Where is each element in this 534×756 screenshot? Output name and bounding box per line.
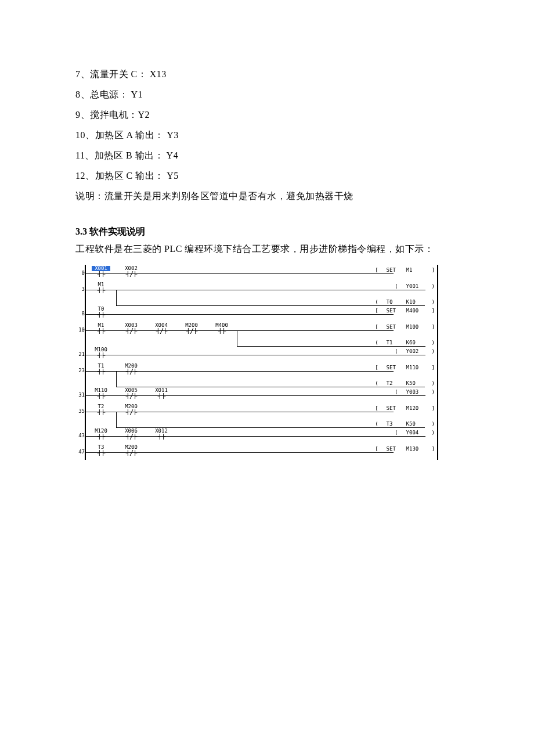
step-number: 3 — [75, 281, 85, 292]
output-coil: (Y004) — [395, 430, 435, 435]
no-contact-icon: ┤├ — [92, 450, 110, 456]
step-number: 23 — [75, 362, 85, 373]
line-8: 8、总电源： Y1 — [75, 90, 459, 99]
contact-label: T2 — [92, 404, 110, 409]
ladder-diagram: 0X001┤├X002┤∕├[SETM1]3M1┤├(Y001)(T0K10)8… — [75, 265, 438, 460]
ladder-rung: 35T2┤├M200┤∕├[SETM120](T3K50) — [75, 403, 438, 427]
output-coil: [SETM130] — [375, 447, 435, 452]
contact-label: M200 — [122, 445, 140, 450]
contact-label: X003 — [122, 323, 140, 328]
contact-label: M200 — [182, 323, 201, 328]
contact-label: M1 — [92, 323, 110, 328]
rung-body: X001┤├X002┤∕├[SETM1] — [86, 265, 437, 281]
rung-body: T0┤├[SETM400] — [86, 305, 437, 322]
rung-body: M120┤├X006┤∕├X012┤├(Y004) — [86, 427, 437, 444]
step-number: 0 — [75, 265, 85, 276]
contact: T1┤├ — [92, 363, 110, 375]
step-number: 47 — [75, 444, 85, 455]
contact-label: X012 — [152, 429, 171, 434]
right-rail — [437, 387, 438, 403]
output-coil: [SETM400] — [375, 308, 435, 314]
contact: M200┤∕├ — [122, 445, 140, 456]
intro-text: 工程软件是在三菱的 PLC 编程环境下结合工艺要求，用步进阶梯指令编程，如下示： — [75, 244, 459, 254]
line-11: 11、加热区 B 输出： Y4 — [75, 151, 459, 160]
right-rail — [437, 281, 438, 305]
step-number: 43 — [75, 427, 85, 438]
contact-label: T1 — [92, 363, 110, 369]
contact: M200┤∕├ — [182, 323, 201, 334]
no-contact-icon: ┤├ — [92, 393, 110, 399]
nc-contact-icon: ┤∕├ — [122, 271, 140, 277]
output-coil: (Y002) — [395, 349, 435, 354]
step-number: 35 — [75, 403, 85, 414]
nc-contact-icon: ┤∕├ — [152, 328, 171, 334]
contact-label: T0 — [92, 307, 110, 312]
output-coil: (T3K50) — [375, 422, 435, 427]
contact-label: X011 — [152, 388, 171, 393]
no-contact-icon: ┤├ — [152, 393, 171, 399]
contact-label: M200 — [122, 404, 140, 409]
right-rail — [437, 305, 438, 322]
contact-label: M200 — [122, 363, 140, 369]
nc-contact-icon: ┤∕├ — [182, 328, 201, 334]
no-contact-icon: ┤├ — [152, 434, 171, 440]
contact: M100┤├ — [92, 347, 110, 358]
output-coil: [SETM110] — [375, 365, 435, 370]
rung-body: T2┤├M200┤∕├[SETM120](T3K50) — [86, 403, 437, 427]
step-number: 21 — [75, 346, 85, 357]
wire — [86, 314, 394, 315]
ladder-rung: 31M110┤├X005┤∕├X011┤├(Y003) — [75, 387, 438, 403]
no-contact-icon: ┤├ — [92, 434, 110, 440]
rung-body: M100┤├(Y002) — [86, 346, 437, 362]
wire — [86, 290, 425, 290]
line-10: 10、加热区 A 输出： Y3 — [75, 131, 459, 140]
output-coil: [SETM120] — [375, 406, 435, 411]
contact-label: M100 — [92, 347, 110, 352]
rung-body: M110┤├X005┤∕├X011┤├(Y003) — [86, 387, 437, 403]
right-rail — [437, 427, 438, 444]
line-7: 7、流量开关 C： X13 — [75, 70, 459, 79]
output-coil: (T0K10) — [375, 300, 435, 305]
ladder-rung: 10M1┤├X003┤∕├X004┤∕├M200┤∕├M400┤├[SETM10… — [75, 322, 438, 346]
ladder-rung: 23T1┤├M200┤∕├[SETM110](T2K50) — [75, 362, 438, 387]
contact: X002┤∕├ — [122, 266, 140, 277]
contact: M200┤∕├ — [122, 363, 140, 375]
contact: X001┤├ — [92, 266, 110, 277]
no-contact-icon: ┤├ — [92, 287, 110, 293]
right-rail — [437, 444, 438, 460]
contact: M400┤├ — [212, 323, 231, 334]
no-contact-icon: ┤├ — [92, 409, 110, 415]
no-contact-icon: ┤├ — [92, 352, 110, 358]
contact-label: M110 — [92, 388, 110, 393]
nc-contact-icon: ┤∕├ — [122, 450, 140, 456]
nc-contact-icon: ┤∕├ — [122, 328, 140, 334]
contact: X005┤∕├ — [122, 388, 140, 399]
contact-label: X002 — [122, 266, 140, 271]
contact: T0┤├ — [92, 307, 110, 318]
contact: X003┤∕├ — [122, 323, 140, 334]
contact: X004┤∕├ — [152, 323, 171, 334]
no-contact-icon: ┤├ — [212, 328, 231, 334]
rung-body: T3┤├M200┤∕├[SETM130] — [86, 444, 437, 460]
right-rail — [437, 322, 438, 346]
contact: M200┤∕├ — [122, 404, 140, 415]
rung-body: M1┤├(Y001)(T0K10) — [86, 281, 437, 305]
contact-label: M120 — [92, 429, 110, 434]
ladder-rung: 0X001┤├X002┤∕├[SETM1] — [75, 265, 438, 281]
contact: M1┤├ — [92, 323, 110, 334]
contact: M110┤├ — [92, 388, 110, 399]
contact: T2┤├ — [92, 404, 110, 415]
contact-label: X001 — [92, 266, 110, 271]
output-coil: (T2K50) — [375, 381, 435, 386]
ladder-rung: 47T3┤├M200┤∕├[SETM130] — [75, 444, 438, 460]
nc-contact-icon: ┤∕├ — [122, 409, 140, 415]
branch-line — [116, 371, 117, 387]
document-body: 7、流量开关 C： X13 8、总电源： Y1 9、搅拌电机：Y2 10、加热区… — [75, 70, 459, 460]
right-rail — [437, 346, 438, 362]
step-number: 8 — [75, 305, 85, 316]
no-contact-icon: ┤├ — [92, 312, 110, 318]
contact-label: M1 — [92, 282, 110, 287]
right-rail — [437, 403, 438, 427]
contact-label: X005 — [122, 388, 140, 393]
contact: M120┤├ — [92, 429, 110, 440]
